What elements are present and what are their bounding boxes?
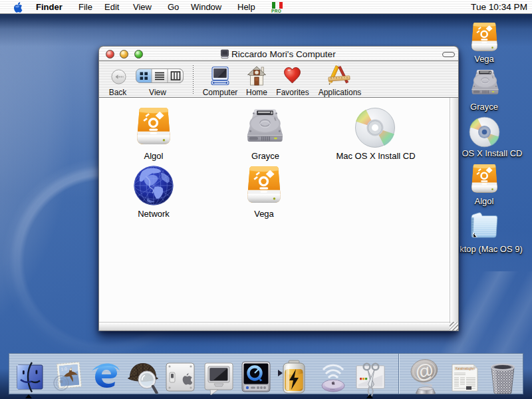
svg-text:1.0: 1.0 (61, 366, 67, 372)
svg-text:Karalmaloghm: Karalmaloghm (456, 367, 475, 370)
svg-text:• • •: • • • (331, 388, 334, 391)
